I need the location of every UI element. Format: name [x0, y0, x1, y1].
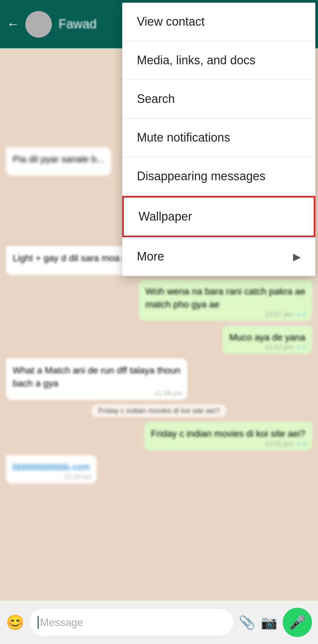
- camera-button[interactable]: 📷: [261, 615, 277, 630]
- message-bubble: Muco aya de yana 11:53 pm ✓✓: [222, 325, 312, 354]
- message-bubble: Woh wena na bara rani catch pakra aematc…: [139, 280, 312, 321]
- message-time: 11:59 pm: [155, 388, 182, 398]
- menu-item-label: Disappearing messages: [137, 169, 265, 183]
- menu-item-mute-notifications[interactable]: Mute notifications: [122, 119, 315, 157]
- context-menu[interactable]: View contact Media, links, and docs Sear…: [122, 3, 315, 276]
- message-bubble: Friday c indian movies di koi site aei? …: [144, 422, 312, 450]
- attach-button[interactable]: 📎: [239, 615, 255, 630]
- chevron-right-icon: ▶: [293, 251, 301, 263]
- read-ticks: ✓✓: [296, 440, 307, 447]
- read-ticks: ✓✓: [296, 311, 307, 318]
- emoji-button[interactable]: 😊: [6, 614, 24, 631]
- mic-icon: 🎤: [289, 615, 306, 630]
- menu-item-view-contact[interactable]: View contact: [122, 3, 315, 41]
- message-text: Woh wena na bara rani catch pakra aematc…: [146, 286, 305, 310]
- menu-item-label: Wallpaper: [139, 210, 192, 224]
- input-placeholder: Message: [40, 616, 83, 629]
- message-input-bar: 😊 Message 📎 📷 🎤: [0, 601, 318, 644]
- message-bubble: What a Match ani de run dff talaya thoun…: [6, 358, 187, 400]
- message-text: What a Match ani de run dff talaya thoun…: [13, 365, 180, 388]
- message-text: Pia dil pyar sanale b...: [13, 154, 105, 164]
- message-time: 12:05 pm ✓✓: [265, 439, 307, 448]
- message-text: Muco aya de yana: [229, 332, 305, 342]
- date-separator: Friday c indian movies di koi site aei?: [92, 404, 226, 417]
- menu-item-label: Media, links, and docs: [137, 53, 255, 67]
- message-bubble: Pia dil pyar sanale b...: [6, 147, 111, 176]
- menu-item-disappearing-messages[interactable]: Disappearing messages: [122, 157, 315, 196]
- message-input-field[interactable]: Message: [30, 609, 233, 636]
- message-text: Friday c indian movies di koi site aei?: [151, 428, 305, 439]
- menu-item-label: Search: [137, 92, 175, 106]
- message-text: bbbbbbbbbbb.com: [13, 462, 90, 472]
- text-cursor: [38, 616, 39, 629]
- menu-item-label: More: [137, 250, 164, 264]
- menu-item-wallpaper[interactable]: Wallpaper: [122, 196, 315, 237]
- avatar[interactable]: [25, 11, 52, 38]
- menu-item-label: Mute notifications: [137, 131, 230, 145]
- message-time: 11:53 pm ✓✓: [265, 342, 307, 352]
- message-time: 12:16 am: [64, 472, 92, 481]
- menu-item-media-links-docs[interactable]: Media, links, and docs: [122, 41, 315, 80]
- menu-item-more[interactable]: More ▶: [122, 238, 315, 276]
- read-ticks: ✓✓: [296, 343, 307, 351]
- menu-item-label: View contact: [137, 15, 204, 29]
- mic-button[interactable]: 🎤: [283, 608, 312, 637]
- message-time: 12:07 pm ✓✓: [265, 310, 307, 319]
- menu-item-search[interactable]: Search: [122, 80, 315, 118]
- message-bubble: bbbbbbbbbbb.com 12:16 am: [6, 455, 97, 483]
- back-button[interactable]: ←: [7, 17, 19, 31]
